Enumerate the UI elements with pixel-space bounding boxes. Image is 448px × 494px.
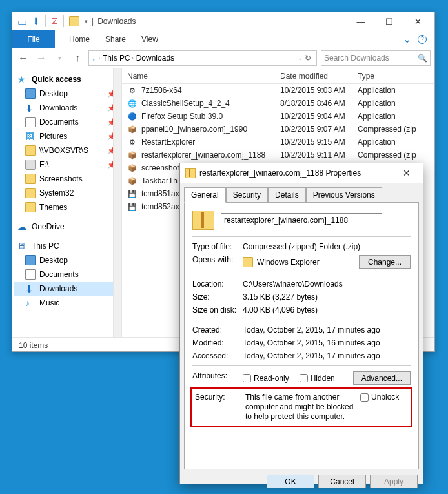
- readonly-checkbox[interactable]: Read-only: [243, 374, 289, 383]
- change-button[interactable]: Change...: [359, 255, 411, 269]
- minimize-button[interactable]: —: [347, 12, 375, 30]
- sidebar-item-onedrive[interactable]: ☁OneDrive: [14, 220, 120, 234]
- folder-icon: [25, 188, 36, 198]
- tab-details[interactable]: Details: [268, 187, 306, 203]
- security-text: This file came from another computer and…: [245, 393, 355, 422]
- tab-general[interactable]: General: [184, 187, 226, 203]
- pc-icon: 🖥: [17, 241, 28, 251]
- security-section: Security: This file came from another co…: [192, 389, 411, 426]
- sidebar-item-quick-access[interactable]: ★Quick access: [14, 72, 120, 87]
- chevron-down-icon[interactable]: ⌄: [298, 55, 303, 61]
- music-icon: ♪: [25, 298, 36, 308]
- ribbon: File Home Share View ⌄ ?: [12, 30, 434, 48]
- breadcrumb: This PC›: [103, 54, 134, 63]
- qat-dropdown-icon[interactable]: ▾: [85, 18, 88, 25]
- sidebar-item-system32[interactable]: System32: [14, 186, 120, 200]
- sidebar-item-network-share[interactable]: \\VBOXSVR\S📌: [14, 143, 120, 158]
- file-date: 10/2/2015 9:15 AM: [280, 138, 358, 147]
- file-date: 8/18/2015 8:46 AM: [280, 99, 358, 108]
- pin-icon: 📌: [107, 147, 116, 155]
- cancel-button[interactable]: Cancel: [318, 475, 366, 488]
- close-button[interactable]: ✕: [403, 12, 432, 30]
- sidebar-item-desktop[interactable]: Desktop: [14, 253, 120, 267]
- sidebar-item-documents[interactable]: Documents📌: [14, 115, 120, 129]
- unblock-checkbox[interactable]: Unblock: [360, 393, 399, 402]
- tab-share[interactable]: Share: [105, 35, 126, 44]
- sizeondisk-label: Size on disk:: [192, 305, 243, 314]
- sidebar-item-screenshots[interactable]: Screenshots: [14, 172, 120, 186]
- file-name: ppanel10_[winaero.com]_1990: [141, 125, 247, 134]
- explorer-icon: [243, 257, 253, 267]
- file-row[interactable]: 🌐ClassicShellSetup_4_2_48/18/2015 8:46 A…: [122, 97, 434, 110]
- hidden-checkbox[interactable]: Hidden: [300, 374, 335, 383]
- column-type[interactable]: Type: [358, 72, 434, 81]
- file-tab[interactable]: File: [12, 30, 55, 48]
- file-type: Compressed (zip: [358, 125, 434, 134]
- search-input[interactable]: Search Downloads 🔍: [321, 50, 431, 66]
- modified-label: Modified:: [192, 338, 243, 347]
- history-dropdown[interactable]: ▾: [52, 51, 66, 65]
- filename-input[interactable]: [221, 213, 382, 227]
- file-row[interactable]: ⚙RestartExplorer10/2/2015 9:15 AMApplica…: [122, 136, 434, 149]
- address-bar-row: ← → ▾ ↑ ↓ › This PC› Downloads ⌄ ↻ Searc…: [12, 48, 434, 68]
- sidebar-item-documents[interactable]: Documents: [14, 267, 120, 282]
- size-value: 3.15 KB (3,227 bytes): [243, 293, 411, 302]
- column-headers: Name Date modified Type: [122, 68, 434, 84]
- file-name: 7z1506-x64: [141, 86, 182, 95]
- close-button[interactable]: ✕: [396, 168, 418, 178]
- dialog-tabs: General Security Details Previous Versio…: [180, 183, 423, 202]
- up-button[interactable]: ↑: [70, 51, 85, 65]
- back-button[interactable]: ←: [16, 51, 30, 65]
- ok-button[interactable]: OK: [267, 475, 314, 488]
- sidebar-item-downloads[interactable]: ⬇Downloads📌: [14, 101, 120, 115]
- sidebar-item-pictures[interactable]: 🖼Pictures📌: [14, 129, 120, 143]
- tab-view[interactable]: View: [141, 35, 158, 44]
- expand-ribbon-icon[interactable]: ⌄: [403, 33, 411, 45]
- sidebar-item-downloads[interactable]: ⬇Downloads: [14, 282, 120, 296]
- address-bar[interactable]: ↓ › This PC› Downloads ⌄ ↻: [88, 50, 317, 66]
- window-title: Downloads: [97, 17, 136, 26]
- file-row[interactable]: 📦ppanel10_[winaero.com]_199010/2/2015 9:…: [122, 123, 434, 136]
- file-type: Application: [358, 86, 434, 95]
- tab-previous-versions[interactable]: Previous Versions: [306, 187, 382, 203]
- location-value: C:\Users\winaero\Downloads: [243, 280, 411, 289]
- cloud-icon: ☁: [17, 221, 28, 232]
- attributes-label: Attributes:: [192, 371, 243, 380]
- sidebar-item-this-pc[interactable]: 🖥This PC: [14, 239, 120, 253]
- ribbon-toggle-icon[interactable]: ▭: [17, 15, 27, 28]
- tab-home[interactable]: Home: [69, 35, 90, 44]
- column-name[interactable]: Name: [122, 72, 280, 81]
- tab-security[interactable]: Security: [226, 187, 268, 203]
- file-type: Compressed (zip: [358, 150, 434, 160]
- folder-icon: [25, 117, 36, 127]
- drive-icon: [25, 160, 36, 170]
- zip-icon: [192, 211, 214, 230]
- pin-icon: 📌: [107, 104, 116, 112]
- advanced-button[interactable]: Advanced...: [353, 371, 411, 385]
- desktop-icon: [25, 88, 36, 99]
- sidebar-item-drive-e[interactable]: E:\📌: [14, 158, 120, 172]
- sidebar-item-themes[interactable]: Themes: [14, 200, 120, 214]
- properties-icon[interactable]: ☑: [51, 17, 58, 26]
- desktop-icon: [25, 255, 36, 265]
- help-icon[interactable]: ?: [418, 35, 427, 44]
- sidebar-item-desktop[interactable]: Desktop📌: [14, 87, 120, 101]
- opens-value: Windows Explorer: [257, 258, 320, 267]
- file-row[interactable]: ⚙7z1506-x6410/2/2015 9:03 AMApplication: [122, 84, 434, 97]
- file-row[interactable]: 📦restartexplorer_[winaero.com]_118810/2/…: [122, 149, 434, 161]
- file-type: Application: [358, 112, 434, 121]
- column-date[interactable]: Date modified: [280, 72, 358, 81]
- zip-icon: [185, 168, 196, 178]
- file-name: screenshot: [141, 163, 179, 172]
- opens-label: Opens with:: [192, 255, 243, 264]
- sidebar-item-music[interactable]: ♪Music: [14, 296, 120, 310]
- file-row[interactable]: 🔵Firefox Setup Stub 39.010/2/2015 9:04 A…: [122, 110, 434, 123]
- down-arrow-icon[interactable]: ⬇: [32, 16, 40, 26]
- accessed-value: Today, October 2, 2015, 17 minutes ago: [243, 351, 411, 360]
- file-type: Application: [358, 138, 434, 147]
- apply-button[interactable]: Apply: [370, 475, 418, 488]
- forward-button[interactable]: →: [34, 51, 48, 65]
- file-name: tcmd851ax: [141, 189, 179, 198]
- refresh-icon[interactable]: ↻: [305, 54, 311, 63]
- maximize-button[interactable]: ☐: [375, 12, 403, 30]
